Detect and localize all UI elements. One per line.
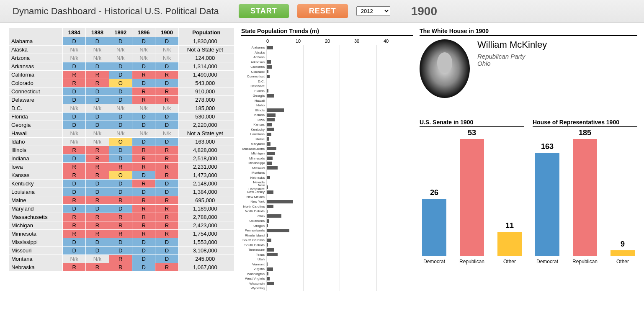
vote-cell: R	[62, 196, 85, 205]
state-name-cell: Maryland	[9, 205, 63, 213]
table-row: MississippiDDDDD1,553,000	[9, 238, 234, 247]
population-bar-row: Vermont	[241, 262, 413, 267]
vote-cell: R	[86, 221, 109, 230]
current-year-display: 1900	[411, 5, 437, 18]
population-bar-label: California	[241, 65, 266, 69]
state-name-cell: Massachusetts	[9, 213, 63, 221]
table-row: IdahoN/kN/kODD163,000	[9, 138, 234, 146]
population-bar-row: Minnesota	[241, 156, 413, 161]
state-name-cell: Hawaii	[9, 129, 63, 138]
table-row: NebraskaRRRDR1,067,000	[9, 263, 234, 272]
population-bar-row: New Mexico	[241, 195, 413, 200]
vote-cell: N/k	[155, 129, 178, 138]
vote-cell: D	[86, 113, 109, 121]
table-row: MichiganRRRRR2,423,000	[9, 221, 234, 230]
population-bar	[266, 200, 293, 203]
population-bar-label: North Dakota	[241, 209, 266, 213]
population-bar-label: Montana	[241, 171, 266, 175]
vote-cell: D	[155, 113, 178, 121]
table-row: IowaRRRRR2,231,000	[9, 163, 234, 171]
table-row: ConnecticutDDDRR910,000	[9, 87, 234, 96]
vote-cell: R	[132, 180, 155, 188]
population-bar	[266, 282, 274, 285]
vote-cell: D	[86, 205, 109, 213]
population-bar-label: Ohio	[241, 214, 266, 218]
vote-cell: D	[86, 37, 109, 46]
population-bar	[266, 205, 273, 208]
population-cell: 2,788,000	[178, 213, 234, 221]
vote-cell: D	[132, 247, 155, 255]
population-bar-row: Washington	[241, 272, 413, 277]
population-bar-label: Florida	[241, 89, 266, 93]
table-row: AlaskaN/kN/kN/kN/kN/kNot a State yet	[9, 46, 234, 54]
vote-cell: D	[62, 238, 85, 247]
population-chart-axis: 010203040	[266, 39, 413, 44]
year-select[interactable]: 2012	[356, 6, 390, 16]
senate-chart-title: U.S. Senate in 1900	[420, 119, 524, 127]
table-header: 1888	[86, 28, 109, 37]
table-header: 1892	[109, 28, 132, 37]
vote-cell: N/k	[132, 104, 155, 113]
vote-cell: R	[132, 87, 155, 96]
table-row: AlabamaDDDDD1,830,000	[9, 37, 234, 46]
vote-cell: D	[62, 180, 85, 188]
reset-button[interactable]: RESET	[297, 4, 348, 18]
vote-cell: R	[86, 163, 109, 171]
vote-cell: D	[109, 37, 132, 46]
state-vote-table: 18841888189218961900Population AlabamaDD…	[8, 28, 234, 272]
table-header: 1884	[62, 28, 85, 37]
population-bar-label: Oregon	[241, 224, 266, 228]
state-name-cell: Connecticut	[9, 87, 63, 96]
vote-cell: R	[109, 221, 132, 230]
population-bar-row: Ohio	[241, 214, 413, 219]
table-row: FloridaDDDDD530,000	[9, 113, 234, 121]
population-bar-row: Wisconsin	[241, 281, 413, 286]
vote-cell: D	[109, 96, 132, 104]
vote-cell: D	[109, 247, 132, 255]
population-cell: 278,000	[178, 96, 234, 104]
table-header: 1900	[155, 28, 178, 37]
vote-cell: D	[132, 171, 155, 180]
vote-cell: D	[155, 138, 178, 146]
population-bar-label: Nebraska	[241, 176, 266, 180]
vote-cell: D	[62, 87, 85, 96]
population-bar	[266, 152, 275, 155]
start-button[interactable]: START	[239, 4, 289, 18]
page-title: Dynamic Dashboard - Historical U.S. Poli…	[13, 6, 230, 17]
population-bar-label: Texas	[241, 253, 266, 257]
chart-bar-label: Democrat	[536, 259, 558, 265]
population-bar-label: Vermont	[241, 262, 266, 266]
state-name-cell: Florida	[9, 113, 63, 121]
state-name-cell: Idaho	[9, 138, 63, 146]
president-portrait	[420, 39, 470, 98]
population-cell: 910,000	[178, 87, 234, 96]
population-bar-row: Nebraska	[241, 175, 413, 180]
vote-cell: N/k	[109, 129, 132, 138]
chart-bar-label: Other	[616, 259, 629, 265]
vote-cell: R	[155, 87, 178, 96]
table-header: 1896	[132, 28, 155, 37]
population-bar-label: Mississippi	[241, 161, 266, 165]
chart-bar-label: Democrat	[423, 259, 445, 265]
vote-cell: R	[86, 213, 109, 221]
state-name-cell: California	[9, 71, 63, 79]
vote-cell: R	[155, 146, 178, 154]
vote-cell: D	[109, 113, 132, 121]
state-name-cell: Illinois	[9, 146, 63, 154]
population-bar-row: Kentucky	[241, 127, 413, 132]
vote-cell: D	[155, 188, 178, 196]
population-bar	[266, 277, 270, 280]
vote-cell: D	[109, 188, 132, 196]
vote-cell: R	[109, 163, 132, 171]
state-name-cell: Nebraska	[9, 263, 63, 272]
vote-cell: D	[132, 113, 155, 121]
population-cell: 543,000	[178, 79, 234, 87]
vote-cell: D	[86, 180, 109, 188]
vote-cell: D	[109, 154, 132, 163]
vote-cell: D	[62, 188, 85, 196]
population-bar-label: Georgia	[241, 94, 266, 98]
population-bar	[266, 94, 274, 98]
vote-cell: D	[62, 154, 85, 163]
population-bar	[266, 128, 274, 131]
state-name-cell: Iowa	[9, 163, 63, 171]
